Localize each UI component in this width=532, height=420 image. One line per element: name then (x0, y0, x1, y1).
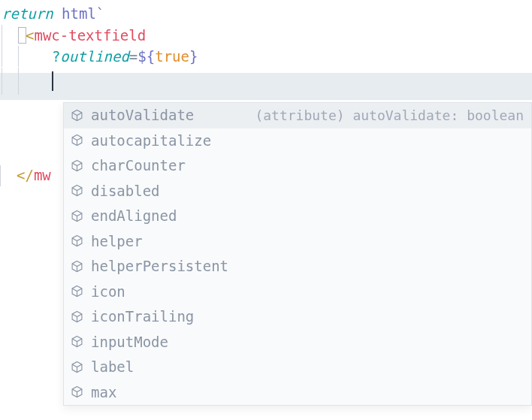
field-icon (70, 385, 83, 399)
code-editor[interactable]: return html` <mwc-textfield ?outlined=${… (0, 0, 532, 99)
text-cursor (52, 71, 53, 91)
autocomplete-item[interactable]: charCounter (64, 153, 531, 179)
autocomplete-item[interactable]: helper (64, 229, 531, 255)
autocomplete-item[interactable]: inputMode (64, 330, 531, 355)
autocomplete-label: charCounter (91, 155, 186, 177)
background-code: </mw ame: 's itStyle wc-text --mdc- ende… (0, 120, 69, 420)
field-icon (70, 159, 83, 172)
field-icon (70, 209, 83, 222)
autocomplete-item[interactable]: endAligned (64, 204, 531, 229)
autocomplete-item[interactable]: label (64, 355, 531, 380)
field-icon (70, 360, 83, 373)
autocomplete-item[interactable]: max (64, 380, 531, 406)
autocomplete-label: autocapitalize (91, 130, 211, 152)
keyword-return: return (2, 3, 53, 25)
field-icon (70, 234, 83, 248)
autocomplete-label: helperPersistent (91, 255, 228, 277)
autocomplete-item[interactable]: iconTrailing (64, 304, 531, 330)
autocomplete-label: endAligned (91, 205, 177, 227)
autocomplete-item[interactable]: autocapitalize (64, 128, 531, 154)
equals: = (129, 46, 138, 68)
autocomplete-label: iconTrailing (91, 306, 194, 328)
field-icon (70, 285, 83, 298)
template-backtick: ` (96, 3, 104, 25)
code-line-active[interactable] (2, 68, 532, 95)
tag-name: mw (34, 165, 51, 186)
autocomplete-label: label (91, 356, 134, 378)
autocomplete-detail: (attribute) autoValidate: boolean (201, 105, 524, 125)
code-line: <mwc-textfield (2, 25, 532, 47)
autocomplete-item[interactable]: icon (64, 279, 531, 305)
field-icon (70, 134, 83, 147)
attr-boolean-prefix: ? (52, 46, 60, 68)
angle-bracket: < (26, 25, 34, 47)
code-line (2, 95, 532, 99)
autocomplete-label: inputMode (91, 331, 168, 353)
template-expr-close: } (189, 46, 198, 68)
field-icon (70, 184, 83, 198)
field-icon (70, 335, 83, 349)
autocomplete-item[interactable]: helperPersistent (64, 254, 531, 279)
code-line: return html` (2, 3, 532, 25)
autocomplete-label: icon (91, 281, 125, 303)
tag-name: mwc-textfield (34, 25, 146, 47)
autocomplete-popup[interactable]: autoValidate (attribute) autoValidate: b… (63, 102, 532, 406)
autocomplete-item[interactable]: disabled (64, 179, 531, 204)
autocomplete-label: helper (91, 231, 143, 252)
autocomplete-item[interactable]: autoValidate (attribute) autoValidate: b… (64, 103, 531, 128)
boolean-literal: true (155, 46, 189, 68)
field-icon (70, 310, 83, 323)
attribute-name: outlined (60, 46, 129, 68)
template-expr-open: ${ (138, 46, 155, 68)
identifier: html (53, 3, 96, 25)
field-icon (70, 108, 83, 122)
autocomplete-label: disabled (91, 180, 160, 202)
autocomplete-label: autoValidate (91, 104, 194, 126)
angle-bracket-close: </ (17, 165, 34, 186)
code-line: ?outlined=${true} (2, 46, 532, 68)
autocomplete-label: max (91, 382, 116, 403)
field-icon (70, 259, 83, 273)
